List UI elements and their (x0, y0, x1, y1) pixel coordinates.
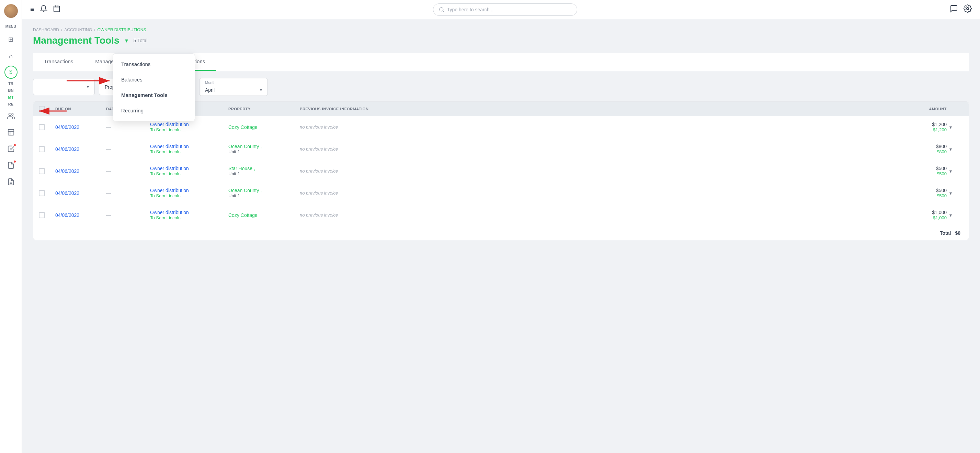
col-prev-invoice: PREVIOUS INVOICE INFORMATION (300, 107, 889, 111)
total-badge: 5 Total (134, 38, 148, 43)
filter-month-value: April (205, 87, 257, 93)
row-checkbox-4[interactable] (39, 212, 45, 218)
svg-rect-4 (54, 6, 59, 12)
row-expand-4[interactable]: ▾ (950, 212, 963, 218)
row-checkbox-2[interactable] (39, 168, 45, 174)
sidebar-item-documents[interactable] (4, 158, 18, 172)
row-date-paid-3: — (106, 190, 147, 196)
table-rows: 04/06/2022 — Owner distribution To Sam L… (33, 116, 969, 226)
tab-transactions[interactable]: Transactions (33, 53, 84, 71)
table-row: 04/06/2022 — Owner distribution To Sam L… (33, 160, 969, 182)
row-due-on-2[interactable]: 04/06/2022 (55, 168, 103, 174)
sidebar-item-accounting[interactable]: $ (5, 65, 18, 79)
select-all-checkbox[interactable] (39, 106, 45, 112)
row-expand-0[interactable]: ▾ (950, 124, 963, 130)
calendar-icon[interactable] (53, 5, 60, 14)
filter-month-chevron: ▾ (260, 88, 262, 93)
topbar-right (950, 5, 972, 15)
row-amount-3: $500 $500 (892, 188, 947, 198)
management-tools-dropdown: Transactions Balances Management Tools R… (113, 53, 195, 121)
search-bar: Type here to search... (66, 3, 944, 16)
row-property-3: Ocean County , Unit 1 (228, 188, 297, 198)
notification-icon[interactable] (40, 5, 48, 14)
table-footer: Total $0 (33, 226, 969, 240)
row-prev-invoice-3: no previous invoice (300, 190, 889, 196)
row-date-paid-4: — (106, 212, 147, 218)
search-input[interactable]: Type here to search... (433, 3, 577, 16)
filter-generic[interactable]: ▾ (33, 79, 95, 95)
svg-point-0 (9, 113, 11, 115)
row-checkbox-3[interactable] (39, 190, 45, 196)
filter-month-label: Month (205, 80, 216, 85)
row-due-on-3[interactable]: 04/06/2022 (55, 190, 103, 196)
sidebar-item-tr[interactable]: TR (8, 81, 13, 86)
breadcrumb-current[interactable]: OWNER DISTRIBUTIONS (97, 27, 146, 32)
svg-rect-1 (8, 129, 14, 136)
col-property: PROPERTY (228, 107, 297, 111)
content-area: DASHBOARD / ACCOUNTING / OWNER DISTRIBUT… (22, 19, 980, 453)
sidebar-item-dashboard[interactable]: ⊞ (4, 33, 18, 46)
filter-month[interactable]: Month April ▾ (199, 78, 268, 96)
row-category-0: Owner distribution To Sam Lincoln (150, 122, 226, 132)
breadcrumb: DASHBOARD / ACCOUNTING / OWNER DISTRIBUT… (33, 27, 969, 32)
sidebar-item-reports[interactable] (4, 126, 18, 139)
menu-label: MENU (5, 25, 16, 29)
breadcrumb-dashboard[interactable]: DASHBOARD (33, 27, 59, 32)
row-due-on-1[interactable]: 04/06/2022 (55, 147, 103, 152)
total-label: Total (940, 230, 951, 236)
sidebar-item-mt[interactable]: MT (8, 95, 14, 99)
row-amount-1: $800 $800 (892, 144, 947, 154)
settings-icon[interactable] (964, 5, 972, 15)
dropdown-item-transactions[interactable]: Transactions (113, 56, 195, 72)
messages-icon[interactable] (950, 5, 958, 15)
tasks-badge (13, 144, 16, 147)
search-placeholder: Type here to search... (447, 7, 493, 13)
row-date-paid-0: — (106, 124, 147, 130)
row-category-4: Owner distribution To Sam Lincoln (150, 210, 226, 220)
filter-generic-chevron: ▾ (87, 85, 89, 89)
row-prev-invoice-2: no previous invoice (300, 168, 889, 174)
row-category-3: Owner distribution To Sam Lincoln (150, 188, 226, 198)
distributions-table: DUE ON DATE PAID CATEGORY PROPERTY PREVI… (33, 101, 969, 240)
documents-badge (13, 160, 16, 163)
row-prev-invoice-1: no previous invoice (300, 147, 889, 152)
table-row: 04/06/2022 — Owner distribution To Sam L… (33, 204, 969, 226)
row-amount-2: $500 $500 (892, 166, 947, 176)
table-row: 04/06/2022 — Owner distribution To Sam L… (33, 182, 969, 204)
row-checkbox-1[interactable] (39, 146, 45, 152)
row-prev-invoice-4: no previous invoice (300, 212, 889, 218)
breadcrumb-accounting[interactable]: ACCOUNTING (64, 27, 92, 32)
dropdown-item-balances[interactable]: Balances (113, 72, 195, 87)
row-date-paid-1: — (106, 147, 147, 152)
avatar[interactable] (4, 4, 18, 18)
dropdown-item-recurring[interactable]: Recurring (113, 103, 195, 118)
table-row: 04/06/2022 — Owner distribution To Sam L… (33, 138, 969, 160)
svg-point-8 (439, 8, 443, 11)
svg-point-10 (967, 8, 969, 10)
row-property-2: Star House , Unit 1 (228, 166, 297, 176)
sidebar: MENU ⊞ ⌂ $ TR BN MT RE (0, 0, 22, 453)
row-property-0: Cozy Cottage (228, 124, 297, 130)
col-due-on: DUE ON (55, 107, 103, 111)
row-expand-1[interactable]: ▾ (950, 147, 963, 152)
row-due-on-4[interactable]: 04/06/2022 (55, 212, 103, 218)
col-amount: AMOUNT (892, 107, 947, 111)
row-due-on-0[interactable]: 04/06/2022 (55, 124, 103, 130)
sidebar-item-home[interactable]: ⌂ (4, 49, 18, 63)
row-checkbox-0[interactable] (39, 124, 45, 130)
dropdown-item-management-tools[interactable]: Management Tools (113, 87, 195, 103)
sidebar-item-tasks[interactable] (4, 142, 18, 156)
row-property-4: Cozy Cottage (228, 212, 297, 218)
row-expand-2[interactable]: ▾ (950, 168, 963, 174)
sidebar-item-people[interactable] (4, 109, 18, 123)
page-title: Management Tools (33, 35, 119, 46)
row-category-1: Owner distribution To Sam Lincoln (150, 144, 226, 154)
row-expand-3[interactable]: ▾ (950, 190, 963, 196)
sidebar-item-re[interactable]: RE (8, 102, 13, 106)
title-dropdown-arrow[interactable]: ▾ (125, 37, 128, 44)
sidebar-item-bn[interactable]: BN (8, 88, 14, 93)
sidebar-item-notes[interactable] (4, 175, 18, 189)
row-amount-0: $1,200 $1,200 (892, 122, 947, 132)
hamburger-icon[interactable]: ≡ (30, 5, 34, 13)
page-header: Management Tools ▾ 5 Total (33, 35, 969, 46)
